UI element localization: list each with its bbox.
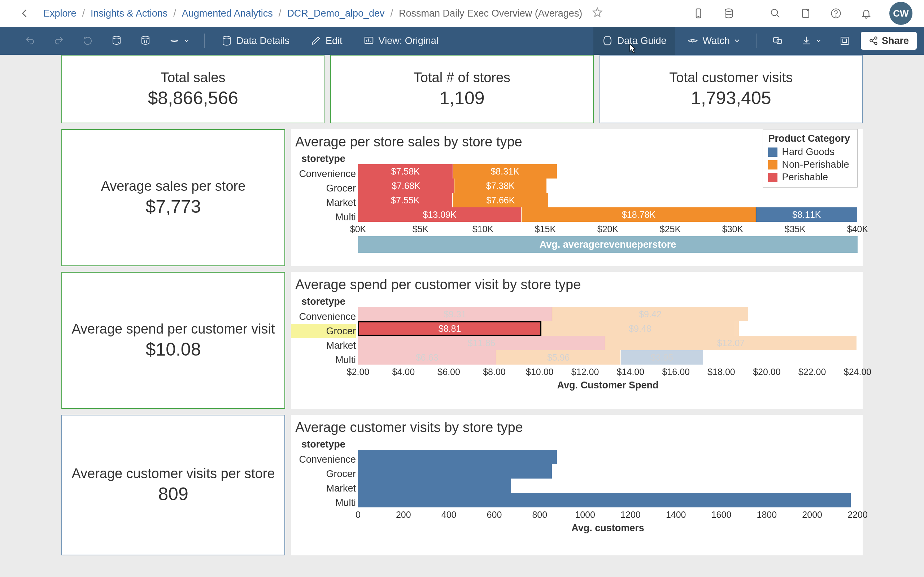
search-icon	[770, 8, 781, 19]
chat-icon	[772, 35, 783, 46]
kpi-avg-spend[interactable]: Average spend per customer visit $10.08	[61, 272, 285, 409]
metrics-button[interactable]	[765, 27, 790, 55]
watch-label: Watch	[703, 35, 730, 47]
axis-scrubber[interactable]: Avg. averagerevenueperstore	[358, 236, 858, 253]
bar-row[interactable]: $13.09K$18.78K$8.11K	[358, 207, 858, 222]
bar-row[interactable]	[358, 479, 858, 493]
bar-segment[interactable]: $8.11K	[756, 207, 858, 222]
bar-row[interactable]: $9.31$9.42	[358, 307, 858, 321]
redo-button[interactable]	[46, 27, 71, 55]
notes-button[interactable]	[798, 6, 813, 21]
breadcrumb-link-project[interactable]: DCR_Demo_alpo_dev	[287, 8, 384, 19]
breadcrumb-sep: /	[388, 8, 396, 19]
eye-icon	[687, 35, 698, 46]
revert-button[interactable]	[75, 27, 100, 55]
bar-row[interactable]: $7.58K$8.31K	[358, 164, 858, 179]
bar-segment[interactable]: $13.09K	[358, 207, 522, 222]
x-axis: $2.00$4.00$6.00$8.00$10.00$12.00$14.00$1…	[358, 367, 858, 377]
bar-row[interactable]	[358, 464, 858, 479]
refresh-data-button[interactable]	[104, 27, 129, 55]
axis-tick: $24.00	[844, 367, 871, 377]
bar-segment[interactable]: $7.66K	[452, 193, 549, 207]
back-button[interactable]	[17, 5, 33, 21]
pause-data-button[interactable]	[133, 27, 158, 55]
axis-tick: $15K	[535, 224, 556, 234]
bar-segment[interactable]	[358, 450, 557, 464]
bar-segment[interactable]: $18.78K	[522, 207, 756, 222]
bar-segment[interactable]: $6.63	[358, 350, 496, 364]
bar-segment[interactable]: $7.58K	[358, 164, 453, 179]
bar-segment[interactable]: $7.38K	[454, 179, 547, 193]
kpi-total-visits[interactable]: Total customer visits 1,793,405	[599, 55, 863, 123]
bar-row[interactable]: $8.81$9.48	[358, 321, 858, 336]
bar-segment[interactable]: $9.48	[541, 321, 739, 336]
bar-segment[interactable]	[358, 464, 552, 479]
axis-title: Avg. averagerevenueperstore	[540, 239, 677, 250]
chevron-down-icon	[734, 38, 740, 44]
bar-segment[interactable]	[358, 493, 851, 508]
view-mode-button[interactable]: View: Original	[355, 27, 447, 55]
fullscreen-button[interactable]	[832, 27, 857, 55]
bar-segment[interactable]: $7.55K	[358, 193, 452, 207]
search-button[interactable]	[768, 6, 782, 21]
bar-segment[interactable]: $5.96	[496, 350, 621, 364]
data-details-icon	[221, 35, 232, 46]
favorite-toggle[interactable]	[591, 6, 603, 21]
bar-segment[interactable]: $8.31K	[453, 164, 557, 179]
y-label: Multi	[291, 495, 356, 510]
kpi-total-stores[interactable]: Total # of stores 1,109	[330, 55, 593, 123]
bar-segment[interactable]: $8.81	[358, 321, 541, 336]
notifications-button[interactable]	[859, 6, 874, 21]
user-avatar[interactable]: CW	[889, 2, 913, 25]
svg-rect-14	[365, 37, 373, 44]
fullscreen-icon	[839, 35, 850, 46]
data-source-button[interactable]	[722, 6, 736, 21]
bar-segment[interactable]: $7.68K	[358, 179, 454, 193]
axis-tick: $20.00	[753, 367, 780, 377]
bar-segment[interactable]: $12.07	[605, 336, 857, 350]
bar-row[interactable]: $6.63$5.96$3.95	[358, 350, 858, 364]
watch-button[interactable]: Watch	[678, 27, 749, 55]
chart-spend[interactable]: Average spend per customer visit by stor…	[291, 272, 863, 409]
undo-button[interactable]	[17, 27, 43, 55]
kpi-total-sales[interactable]: Total sales $8,866,566	[61, 55, 325, 123]
axis-tick: $5K	[412, 224, 428, 234]
data-details-button[interactable]: Data Details	[213, 27, 298, 55]
bar-row[interactable]: $7.55K$7.66K	[358, 193, 858, 207]
redo-icon	[53, 35, 64, 46]
bar-row[interactable]	[358, 493, 858, 508]
edit-button[interactable]: Edit	[302, 27, 351, 55]
bar-segment[interactable]: $9.42	[552, 307, 749, 321]
chart-title: Average customer visits by store type	[291, 415, 863, 439]
help-button[interactable]	[829, 6, 843, 21]
axis-tick: 2000	[802, 509, 822, 520]
y-axis-header: storetype	[291, 296, 356, 307]
bar-row[interactable]: $11.86$12.07	[358, 336, 858, 350]
kpi-avg-sales[interactable]: Average sales per store $7,773	[61, 129, 285, 266]
device-preview-button[interactable]	[691, 6, 706, 21]
axis-tick: $8.00	[483, 367, 506, 377]
breadcrumb-link-insights[interactable]: Insights & Actions	[90, 8, 168, 19]
data-guide-button[interactable]: Data Guide	[593, 27, 675, 55]
bar-segment[interactable]: $11.86	[358, 336, 605, 350]
kpi-value: $8,866,566	[148, 88, 238, 108]
svg-point-27	[874, 42, 877, 45]
bar-segment[interactable]	[358, 479, 512, 493]
breadcrumb-link-explore[interactable]: Explore	[43, 8, 76, 19]
bar-segment[interactable]: $9.31	[358, 307, 552, 321]
bar-row[interactable]	[358, 450, 858, 464]
breadcrumb-link-augmented[interactable]: Augmented Analytics	[182, 8, 273, 19]
chart-visits[interactable]: Average customer visits by store type st…	[291, 415, 863, 555]
axis-tick: $14.00	[617, 367, 644, 377]
bar-segment[interactable]: $3.95	[621, 350, 703, 364]
download-button[interactable]	[794, 27, 828, 55]
legend-title: Product Category	[768, 133, 850, 144]
kpi-avg-visits[interactable]: Average customer visits per store 809	[61, 415, 285, 555]
bar-row[interactable]: $7.68K$7.38K	[358, 179, 858, 193]
chart-revenue[interactable]: Average per store sales by store type Pr…	[291, 129, 863, 266]
clipboard-icon	[800, 8, 811, 19]
share-button[interactable]: Share	[861, 32, 917, 50]
custom-views-button[interactable]	[162, 27, 196, 55]
axis-tick: 2200	[848, 509, 868, 520]
svg-point-3	[771, 10, 778, 16]
